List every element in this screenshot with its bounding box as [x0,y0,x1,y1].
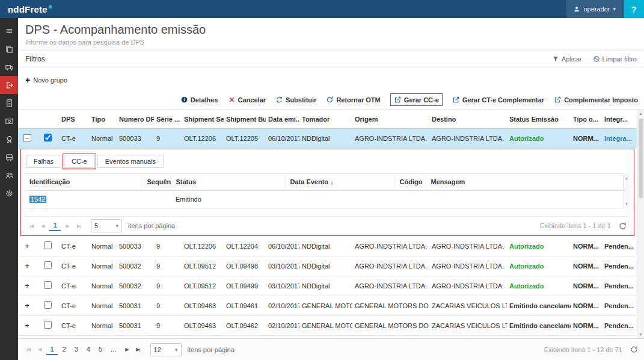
generate-cce-button[interactable]: Gerar CC-e [390,93,443,106]
column-sequencia[interactable]: Sequên... [142,173,171,190]
scroll-down-icon[interactable] [625,200,628,208]
column-header-tomador[interactable]: Tomador [299,110,352,128]
expand-row-button[interactable] [23,301,31,310]
tab-eventos-manuais[interactable]: Eventos manuais [97,155,164,168]
pager-first-button[interactable] [27,223,35,229]
scroll-down-icon[interactable] [639,331,643,338]
row-checkbox[interactable] [44,301,52,309]
column-header-n-mero-dps[interactable]: Número DPS [117,110,154,128]
cell-tomador: GENERAL MOTORS... [299,296,352,315]
row-checkbox[interactable] [44,134,52,141]
column-header-status-emiss-o[interactable]: Status Emissão [507,110,571,128]
sidebar-item-emission[interactable] [0,76,18,94]
clear-filter-button[interactable]: Limpar filtro [593,55,637,63]
column-header-dps[interactable]: DPS [59,110,89,128]
column-header-tipo[interactable]: Tipo [89,110,117,128]
page-size-select[interactable]: 5 [91,219,122,232]
scroll-up-icon[interactable] [639,110,643,117]
expand-row-button[interactable] [23,241,31,250]
pager-page-...[interactable]: ... [107,344,120,355]
pager-page-4[interactable]: 4 [83,344,94,355]
pager-first-button[interactable] [24,347,32,352]
sidebar-item-settings[interactable] [0,184,18,202]
sidebar-item-menu[interactable] [0,22,18,40]
column-header-shipment-sell[interactable]: Shipment Sell [182,110,224,128]
sidebar-item-copy[interactable] [0,40,18,58]
sidebar-item-document[interactable] [0,94,18,112]
column-data-evento[interactable]: Data Evento ↓ [285,173,394,190]
column-header-shipment-buy[interactable]: Shipment Buy [224,110,266,128]
collapse-row-button[interactable] [23,134,31,142]
table-row[interactable]: CT-eNormal5000319OLT.09463OLT.0946202/10… [18,315,637,335]
pager-prev-button[interactable] [35,347,43,352]
return-otm-button[interactable]: Retornar OTM [326,96,380,104]
cancel-button[interactable]: Cancelar [228,96,266,104]
table-row[interactable]: CT-eNormal5000319OLT.09463OLT.0946102/10… [18,296,637,315]
new-group-button[interactable]: Novo grupo [25,75,67,85]
pager-page-5[interactable]: 5 [95,344,106,355]
fleet-icon [5,153,14,162]
column-header-origem[interactable]: Origem [352,110,429,128]
row-checkbox[interactable] [44,281,52,289]
sidebar-item-certificate[interactable] [0,130,18,148]
page-size-select[interactable]: 12 [150,343,182,356]
expand-row-button[interactable] [23,261,31,270]
row-checkbox[interactable] [44,261,52,269]
generate-cte-complementar-button[interactable]: Gerar CT-e Complementar [452,96,544,104]
column-mensagem[interactable]: Mensagem [426,173,624,190]
cell-integracao: Penden... [602,296,637,315]
events-pager: 1 5 itens por página [25,216,629,235]
refresh-icon[interactable] [630,346,638,353]
cell-data-evento [285,190,394,208]
sidebar-item-fleet[interactable] [0,148,18,166]
plus-icon [25,75,30,85]
column-header-data-emi[interactable]: Data emi... [266,110,299,128]
column-status[interactable]: Status [171,173,285,190]
sidebar [0,18,18,360]
replace-button[interactable]: Substituir [275,96,316,104]
pager-page-1[interactable]: 1 [49,220,60,231]
expand-row-button[interactable] [23,321,31,330]
pager-page-1[interactable]: 1 [46,344,57,355]
tab-cc-e[interactable]: CC-e [64,155,95,168]
dps-table: DPSTipoNúmero DPSSérie ...Shipment SellS… [18,110,637,336]
pager-prev-button[interactable] [38,223,46,229]
pager-page-2[interactable]: 2 [59,344,70,355]
complementar-imposto-button[interactable]: Complementar Imposto [554,96,638,104]
user-menu[interactable]: operador [566,0,622,18]
table-row[interactable]: CT-eNormal5000329OLT.09512OLT.0949803/10… [18,256,637,276]
row-checkbox[interactable] [44,241,52,249]
column-codigo[interactable]: Código [394,173,426,190]
events-grid-row[interactable]: 1542 Emitindo [25,190,624,208]
pager-page-3[interactable]: 3 [71,344,82,355]
sidebar-item-billing[interactable] [0,112,18,130]
pager-next-button[interactable] [123,347,130,352]
help-button[interactable]: ? [624,0,644,18]
row-checkbox[interactable] [44,321,52,329]
cell-serie: 9 [154,315,182,335]
refresh-icon[interactable] [619,222,627,230]
sidebar-item-truck[interactable] [0,58,18,76]
table-row-selected[interactable]: CT-e Normal 500033 9 OLT.12206 OLT.12205… [18,128,637,148]
pager-last-button[interactable] [75,223,83,229]
column-header-tipo-o[interactable]: Tipo o... [571,110,602,128]
column-identificacao[interactable]: Identificação [25,173,142,190]
vertical-scrollbar[interactable] [637,110,644,338]
pager-last-button[interactable] [133,347,142,352]
apply-filter-button[interactable]: Aplicar [552,55,582,63]
expand-row-button[interactable] [23,281,31,290]
table-row[interactable]: CT-eNormal5000339OLT.12206OLT.1220406/10… [18,236,637,256]
column-header-destino[interactable]: Destino [429,110,507,128]
details-button[interactable]: Detalhes [180,96,218,104]
filters-title: Filtros [25,55,45,63]
grid-toolbar: Detalhes Cancelar Substituir Retornar OT… [18,92,644,110]
tab-falhas[interactable]: Falhas [26,155,61,168]
column-header-s-rie[interactable]: Série ... [154,110,182,128]
events-grid-scrollbar[interactable] [624,174,629,208]
scrollbar-thumb[interactable] [639,119,643,198]
table-row[interactable]: CT-eNormal5000329OLT.09512OLT.0949903/10… [18,276,637,296]
pager-next-button[interactable] [64,223,72,229]
sidebar-item-users[interactable] [0,166,18,184]
scroll-up-icon[interactable] [625,175,628,182]
column-header-integr[interactable]: Integr... [602,110,637,128]
